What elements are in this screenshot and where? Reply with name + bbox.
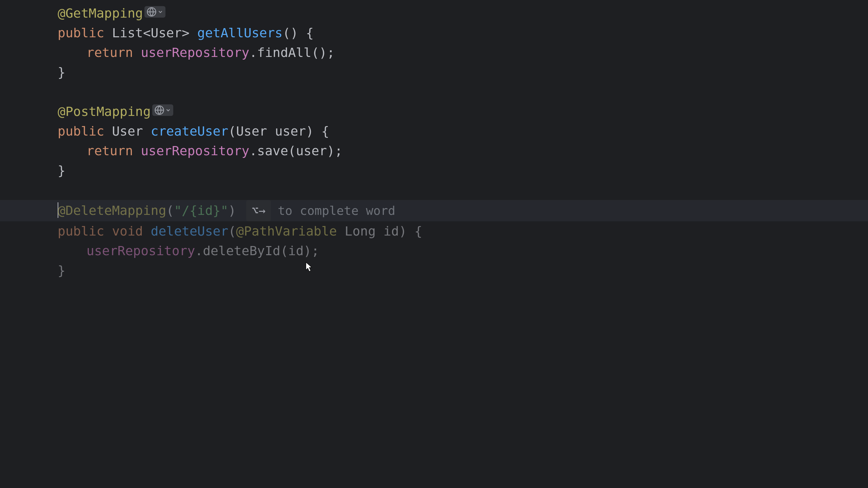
annotation-getmapping: @GetMapping <box>58 4 143 23</box>
type-list-user: List<User> <box>112 23 190 43</box>
completion-hint: ⌥→ to complete word <box>246 200 395 221</box>
keyword-return: return <box>86 43 133 62</box>
code-line[interactable]: } <box>0 161 868 180</box>
empty-line[interactable] <box>0 82 868 102</box>
params-createuser: (User user) { <box>228 122 329 141</box>
method-getallusers: getAllUsers <box>197 23 283 43</box>
field-userrepository: userRepository <box>141 43 249 62</box>
field-userrepository: userRepository <box>86 241 195 261</box>
closing-brace: } <box>58 161 65 180</box>
shortcut-badge: ⌥→ <box>246 200 271 221</box>
string-path-id: "/{id}" <box>174 203 228 218</box>
method-createuser: createUser <box>151 122 229 141</box>
ai-suggestion-line[interactable]: userRepository.deleteById(id); <box>0 241 868 261</box>
annotation-deletemapping: @DeleteMapping <box>58 203 166 218</box>
globe-icon <box>146 7 157 17</box>
call-findall: .findAll(); <box>249 43 335 62</box>
url-mapping-indicator[interactable] <box>144 6 165 18</box>
annotation-pathvariable: @PathVariable <box>236 222 337 241</box>
ai-suggestion-line[interactable]: public void deleteUser(@PathVariable Lon… <box>0 221 868 241</box>
annotation-postmapping: @PostMapping <box>58 102 151 121</box>
code-line[interactable]: public List<User> getAllUsers() { <box>0 23 868 43</box>
closing-brace: } <box>58 261 65 280</box>
keyword-public: public <box>58 23 104 43</box>
call-deletebyid: .deleteById(id); <box>195 241 319 261</box>
code-line[interactable]: public User createUser(User user) { <box>0 121 868 141</box>
chevron-down-icon <box>157 9 163 15</box>
method-deleteuser: deleteUser <box>151 222 229 241</box>
ai-suggestion-line[interactable]: } <box>0 261 868 280</box>
closing-brace: } <box>58 63 65 82</box>
call-save: .save(user); <box>249 141 342 161</box>
paren-open: ( <box>228 222 236 241</box>
code-line[interactable]: @GetMapping <box>0 3 868 23</box>
code-line[interactable]: @PostMapping <box>0 102 868 121</box>
type-user: User <box>112 122 143 141</box>
hint-text: to complete word <box>278 202 395 220</box>
url-mapping-indicator[interactable] <box>152 104 173 116</box>
chevron-down-icon <box>165 107 171 113</box>
keyword-void: void <box>112 222 143 241</box>
ai-suggestion-line[interactable]: @DeleteMapping("/{id}") ⌥→ to complete w… <box>0 200 868 221</box>
field-userrepository: userRepository <box>141 141 249 161</box>
globe-icon <box>154 105 164 115</box>
params-deleteuser: Long id) { <box>337 222 422 241</box>
code-line[interactable]: return userRepository.save(user); <box>0 141 868 161</box>
keyword-return: return <box>86 141 133 161</box>
code-line[interactable]: return userRepository.findAll(); <box>0 43 868 62</box>
empty-line[interactable] <box>0 180 868 200</box>
code-line[interactable]: } <box>0 62 868 82</box>
paren-close: ) <box>228 203 236 218</box>
keyword-public: public <box>58 122 104 141</box>
keyword-public: public <box>58 222 104 241</box>
code-editor[interactable]: @GetMapping public List<User> getAllUser… <box>0 3 868 488</box>
signature-rest: () { <box>283 23 314 43</box>
paren-open: ( <box>166 203 174 218</box>
